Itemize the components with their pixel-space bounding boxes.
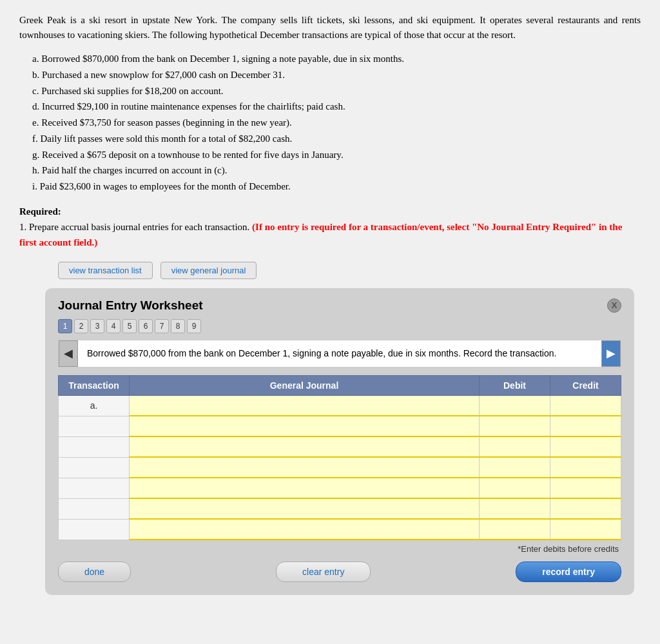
tab-2[interactable]: 2	[74, 319, 88, 333]
credit-input-1[interactable]	[550, 395, 621, 416]
debit-input-1[interactable]	[480, 395, 550, 416]
col-header-debit: Debit	[480, 375, 550, 395]
required-label: Required:	[19, 206, 61, 217]
prev-arrow[interactable]: ◀	[59, 340, 78, 367]
list-item: f. Daily lift passes were sold this mont…	[32, 131, 641, 147]
col-header-credit: Credit	[550, 375, 621, 395]
tab-8[interactable]: 8	[171, 319, 185, 333]
credit-input-4[interactable]	[550, 457, 621, 478]
transactions-list: a. Borrowed $870,000 from the bank on De…	[32, 51, 641, 195]
record-entry-button[interactable]: record entry	[516, 561, 621, 582]
general-journal-input-4[interactable]	[130, 457, 480, 478]
transaction-label-a: a.	[59, 395, 130, 416]
debit-input-7[interactable]	[480, 519, 550, 540]
debit-input-6[interactable]	[480, 498, 550, 519]
worksheet-container: Journal Entry Worksheet X 1 2 3 4 5 6 7 …	[45, 288, 634, 596]
tab-7[interactable]: 7	[155, 319, 169, 333]
view-general-journal-button[interactable]: view general journal	[160, 262, 257, 279]
list-item: h. Paid half the charges incurred on acc…	[32, 162, 641, 179]
transaction-label-blank-2	[59, 416, 130, 436]
required-section: Required: 1. Prepare accrual basis journ…	[19, 204, 641, 250]
credit-input-2[interactable]	[550, 416, 621, 436]
worksheet-title: Journal Entry Worksheet	[58, 298, 203, 313]
worksheet-header: Journal Entry Worksheet X	[58, 298, 621, 313]
transaction-description: Borrowed $870,000 from the bank on Decem…	[78, 340, 601, 367]
table-row	[59, 498, 621, 519]
general-journal-input-2[interactable]	[130, 416, 480, 436]
view-buttons-row: view transaction list view general journ…	[58, 262, 641, 279]
tab-numbers: 1 2 3 4 5 6 7 8 9	[58, 319, 621, 333]
transaction-label-blank-6	[59, 498, 130, 519]
list-item: g. Received a $675 deposit on a townhous…	[32, 147, 641, 163]
tab-6[interactable]: 6	[139, 319, 153, 333]
close-button[interactable]: X	[607, 298, 621, 313]
tab-1[interactable]: 1	[58, 319, 72, 333]
next-arrow[interactable]: ▶	[601, 340, 621, 367]
table-row	[59, 478, 621, 498]
table-row	[59, 416, 621, 436]
general-journal-input-7[interactable]	[130, 519, 480, 540]
debit-input-3[interactable]	[480, 436, 550, 457]
table-row	[59, 436, 621, 457]
list-item: a. Borrowed $870,000 from the bank on De…	[32, 51, 641, 67]
tab-9[interactable]: 9	[187, 319, 201, 333]
list-item: e. Received $73,750 for season passes (b…	[32, 115, 641, 131]
transaction-label-blank-5	[59, 478, 130, 498]
tab-3[interactable]: 3	[90, 319, 104, 333]
clear-entry-button[interactable]: clear entry	[276, 561, 371, 582]
done-button[interactable]: done	[58, 561, 131, 582]
table-row: a.	[59, 395, 621, 416]
transaction-label-blank-3	[59, 436, 130, 457]
view-transaction-list-button[interactable]: view transaction list	[58, 262, 153, 279]
required-text: Prepare accrual basis journal entries fo…	[29, 222, 249, 232]
debit-input-2[interactable]	[480, 416, 550, 436]
list-item: d. Incurred $29,100 in routine maintenan…	[32, 99, 641, 115]
general-journal-input-3[interactable]	[130, 436, 480, 457]
tab-4[interactable]: 4	[106, 319, 121, 333]
credit-input-7[interactable]	[550, 519, 621, 540]
credit-input-6[interactable]	[550, 498, 621, 519]
debit-input-4[interactable]	[480, 457, 550, 478]
list-item: c. Purchased ski supplies for $18,200 on…	[32, 83, 641, 99]
enter-debits-note: *Enter debits before credits	[58, 544, 621, 554]
col-header-transaction: Transaction	[59, 375, 130, 395]
required-number: 1.	[19, 222, 26, 232]
credit-input-3[interactable]	[550, 436, 621, 457]
list-item: i. Paid $23,600 in wages to employees fo…	[32, 179, 641, 195]
intro-paragraph: Greek Peak is a ski resort in upstate Ne…	[19, 13, 641, 42]
journal-table: Transaction General Journal Debit Credit…	[58, 375, 621, 541]
transaction-label-blank-7	[59, 519, 130, 540]
general-journal-input-5[interactable]	[130, 478, 480, 498]
list-item: b. Purchased a new snowplow for $27,000 …	[32, 67, 641, 83]
general-journal-input-6[interactable]	[130, 498, 480, 519]
table-row	[59, 519, 621, 540]
col-header-general-journal: General Journal	[130, 375, 480, 395]
tab-5[interactable]: 5	[122, 319, 137, 333]
debit-input-5[interactable]	[480, 478, 550, 498]
transaction-label-blank-4	[59, 457, 130, 478]
description-row: ◀ Borrowed $870,000 from the bank on Dec…	[58, 340, 621, 367]
bottom-buttons: done clear entry record entry	[58, 561, 621, 582]
general-journal-input-1[interactable]	[130, 395, 480, 416]
credit-input-5[interactable]	[550, 478, 621, 498]
table-row	[59, 457, 621, 478]
